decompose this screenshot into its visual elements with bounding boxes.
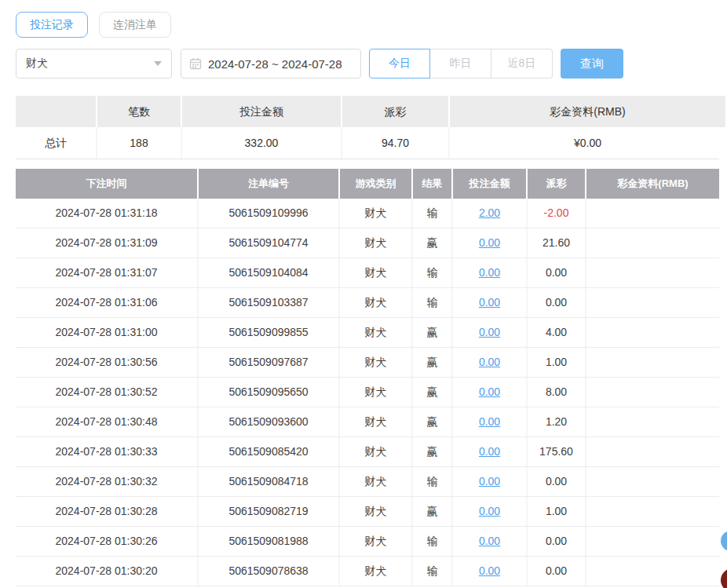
summary-total-bonus: ¥0.00 <box>450 127 725 159</box>
bet-amount-link[interactable]: 0.00 <box>479 236 500 249</box>
result-cell: 赢 <box>413 228 451 257</box>
bet-amount-cell: 0.00 <box>453 497 526 526</box>
table-row: 2024-07-28 01:30:56 5061509097687 财犬 赢 0… <box>16 348 719 378</box>
game-type-cell: 财犬 <box>340 378 411 407</box>
game-type-cell: 财犬 <box>340 199 411 228</box>
summary-table: 笔数 投注金额 派彩 彩金资料(RMB) 总计 188 332.00 94.70… <box>16 96 719 159</box>
bonus-cell <box>586 407 719 436</box>
header-payout: 派彩 <box>528 169 585 199</box>
payout-cell: 21.60 <box>528 228 585 257</box>
bet-time-cell: 2024-07-28 01:30:56 <box>16 348 197 377</box>
order-number-cell: 5061509103387 <box>199 288 338 317</box>
payout-cell: 0.00 <box>528 258 585 287</box>
bonus-cell <box>586 527 719 556</box>
records-table: 下注时间 注单编号 游戏类别 结果 投注金额 派彩 彩金资料(RMB) 2024… <box>16 169 719 586</box>
payout-cell: 0.00 <box>528 288 585 317</box>
bonus-cell <box>586 378 719 407</box>
bet-amount-link[interactable]: 0.00 <box>479 475 500 488</box>
game-type-cell: 财犬 <box>340 527 411 556</box>
bet-time-cell: 2024-07-28 01:31:06 <box>16 288 197 317</box>
bet-amount-cell: 0.00 <box>453 557 526 586</box>
order-number-cell: 5061509082719 <box>199 497 338 526</box>
bet-amount-cell: 2.00 <box>453 199 526 228</box>
range-button-yesterday[interactable]: 昨日 <box>430 49 491 79</box>
records-header-row: 下注时间 注单编号 游戏类别 结果 投注金额 派彩 彩金资料(RMB) <box>16 169 719 199</box>
bet-amount-cell: 0.00 <box>453 378 526 407</box>
betting-records-page: 投注记录 连消注单 财犬 2024-07-28 ~ 2024-07-28 今日 <box>16 0 719 586</box>
bet-amount-cell: 0.00 <box>453 407 526 436</box>
game-type-cell: 财犬 <box>340 467 411 496</box>
table-row: 2024-07-28 01:30:52 5061509095650 财犬 赢 0… <box>16 378 719 407</box>
date-range-input[interactable]: 2024-07-28 ~ 2024-07-28 <box>181 49 361 79</box>
payout-cell: 1.20 <box>528 407 585 436</box>
payout-cell: 4.00 <box>528 318 585 347</box>
table-row: 2024-07-28 01:30:28 5061509082719 财犬 赢 0… <box>16 497 719 527</box>
game-type-cell: 财犬 <box>340 557 411 586</box>
order-number-cell: 5061509085420 <box>199 437 338 466</box>
floating-promo-button[interactable] <box>721 568 727 588</box>
order-number-cell: 5061509084718 <box>199 467 338 496</box>
bet-amount-link[interactable]: 0.00 <box>479 445 500 458</box>
order-number-cell: 5061509097687 <box>199 348 338 377</box>
tab-betting-records[interactable]: 投注记录 <box>16 12 88 38</box>
bet-amount-cell: 0.00 <box>453 527 526 556</box>
table-row: 2024-07-28 01:31:06 5061509103387 财犬 输 0… <box>16 288 719 318</box>
header-game-type: 游戏类别 <box>340 169 411 199</box>
search-button[interactable]: 查询 <box>561 49 623 79</box>
summary-header-empty <box>16 96 96 127</box>
result-cell: 赢 <box>413 348 451 377</box>
result-cell: 输 <box>413 467 451 496</box>
bet-amount-link[interactable]: 0.00 <box>479 505 500 517</box>
summary-total-count: 188 <box>97 127 181 159</box>
game-type-cell: 财犬 <box>340 258 411 287</box>
result-cell: 输 <box>413 199 451 228</box>
bet-amount-link[interactable]: 0.00 <box>479 326 500 338</box>
summary-total-bet-amount: 332.00 <box>182 127 341 159</box>
summary-total-payout: 94.70 <box>342 127 448 159</box>
result-cell: 输 <box>413 557 451 586</box>
bet-time-cell: 2024-07-28 01:30:32 <box>16 467 197 496</box>
range-button-last8days[interactable]: 近8日 <box>491 49 553 79</box>
result-cell: 输 <box>413 288 451 317</box>
payout-cell: 8.00 <box>528 378 585 407</box>
quick-range-group: 今日 昨日 近8日 <box>369 49 553 79</box>
summary-header-count: 笔数 <box>97 96 181 127</box>
bet-time-cell: 2024-07-28 01:31:00 <box>16 318 197 347</box>
bonus-cell <box>586 199 719 228</box>
game-select[interactable]: 财犬 <box>16 49 172 79</box>
bet-time-cell: 2024-07-28 01:30:52 <box>16 378 197 407</box>
bet-time-cell: 2024-07-28 01:30:48 <box>16 407 197 436</box>
table-row: 2024-07-28 01:30:33 5061509085420 财犬 赢 0… <box>16 437 719 467</box>
floating-service-button[interactable] <box>721 531 727 551</box>
bet-amount-link[interactable]: 0.00 <box>479 385 500 398</box>
order-number-cell: 5061509104774 <box>199 228 338 257</box>
bonus-cell <box>586 437 719 466</box>
payout-cell: -2.00 <box>528 199 585 228</box>
game-type-cell: 财犬 <box>340 437 411 466</box>
bet-amount-link[interactable]: 0.00 <box>479 535 500 547</box>
bet-amount-link[interactable]: 2.00 <box>479 206 500 219</box>
game-type-cell: 财犬 <box>340 497 411 526</box>
table-row: 2024-07-28 01:31:18 5061509109996 财犬 输 2… <box>16 199 719 228</box>
bet-amount-cell: 0.00 <box>453 258 526 287</box>
bet-amount-link[interactable]: 0.00 <box>479 266 500 279</box>
bet-amount-link[interactable]: 0.00 <box>479 296 500 309</box>
order-number-cell: 5061509078638 <box>199 557 338 586</box>
payout-cell: 175.60 <box>528 437 585 466</box>
bet-amount-link[interactable]: 0.00 <box>479 356 500 368</box>
header-bonus: 彩金资料(RMB) <box>586 169 719 199</box>
table-row: 2024-07-28 01:31:07 5061509104084 财犬 输 0… <box>16 258 719 288</box>
header-result: 结果 <box>413 169 451 199</box>
range-button-today[interactable]: 今日 <box>369 49 430 79</box>
tab-bar: 投注记录 连消注单 <box>16 12 719 38</box>
table-row: 2024-07-28 01:31:09 5061509104774 财犬 赢 0… <box>16 228 719 258</box>
tab-cancelled-orders[interactable]: 连消注单 <box>99 12 171 38</box>
bet-amount-link[interactable]: 0.00 <box>479 415 500 428</box>
bet-amount-cell: 0.00 <box>453 437 526 466</box>
game-type-cell: 财犬 <box>340 228 411 257</box>
table-row: 2024-07-28 01:30:48 5061509093600 财犬 赢 0… <box>16 407 719 437</box>
bonus-cell <box>586 288 719 317</box>
bet-amount-link[interactable]: 0.00 <box>479 564 500 577</box>
chevron-down-icon <box>154 61 162 66</box>
summary-header-row: 笔数 投注金额 派彩 彩金资料(RMB) <box>16 96 719 127</box>
